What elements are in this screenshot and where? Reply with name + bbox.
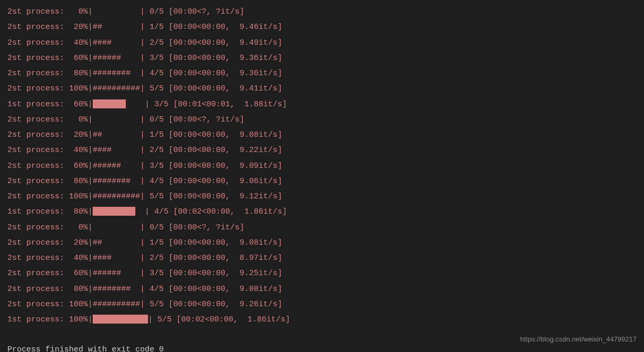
progress-text: 2st process: 60%|###### | 3/5 [00:00<00:… (7, 266, 282, 281)
progress-text: 2st process: 0%| | 0/5 [00:00<?, ?it/s] (7, 4, 244, 19)
progress-suffix: | 4/5 [00:02<00:00, 1.86it/s] (135, 204, 287, 219)
progress-text: 2st process: 0%| | 0/5 [00:00<?, ?it/s] (7, 220, 244, 235)
progress-line: 2st process: 20%|## | 1/5 [00:00<00:00, … (7, 235, 644, 250)
watermark-text: https://blog.csdn.net/weixin_44799217 (520, 333, 637, 346)
progress-line: 1st process: 80%| | 4/5 [00:02<00:00, 1.… (7, 204, 644, 219)
progress-bar-fill (93, 207, 135, 216)
progress-line: 2st process: 20%|## | 1/5 [00:00<00:00, … (7, 19, 644, 35)
progress-suffix: | 5/5 [00:02<00:00, 1.86it/s] (148, 312, 290, 327)
progress-line: 2st process: 100%|##########| 5/5 [00:00… (7, 297, 644, 312)
progress-prefix: 1st process: 80%| (7, 204, 93, 219)
progress-text: 2st process: 40%|#### | 2/5 [00:00<00:00… (7, 250, 282, 266)
progress-text: 2st process: 100%|##########| 5/5 [00:00… (7, 81, 282, 96)
progress-line: 2st process: 40%|#### | 2/5 [00:00<00:00… (7, 35, 644, 51)
progress-line: 2st process: 60%|###### | 3/5 [00:00<00:… (7, 266, 644, 281)
progress-line: 2st process: 0%| | 0/5 [00:00<?, ?it/s] (7, 4, 644, 19)
progress-text: 2st process: 100%|##########| 5/5 [00:00… (7, 189, 282, 204)
progress-line: 2st process: 100%|##########| 5/5 [00:00… (7, 189, 644, 204)
progress-line: 1st process: 60%| | 3/5 [00:01<00:01, 1.… (7, 97, 644, 112)
progress-line: 2st process: 60%|###### | 3/5 [00:00<00:… (7, 158, 644, 174)
progress-text: 2st process: 40%|#### | 2/5 [00:00<00:00… (7, 143, 282, 158)
progress-prefix: 1st process: 100%| (7, 312, 93, 327)
progress-bar-fill (93, 99, 126, 108)
progress-text: 2st process: 20%|## | 1/5 [00:00<00:00, … (7, 235, 282, 250)
progress-text: 2st process: 100%|##########| 5/5 [00:00… (7, 297, 282, 312)
progress-line: 2st process: 0%| | 0/5 [00:00<?, ?it/s] (7, 112, 644, 127)
progress-text: 2st process: 0%| | 0/5 [00:00<?, ?it/s] (7, 112, 244, 127)
progress-line: 2st process: 80%|######## | 4/5 [00:00<0… (7, 174, 644, 189)
progress-line: 2st process: 40%|#### | 2/5 [00:00<00:00… (7, 143, 644, 158)
progress-text: 2st process: 80%|######## | 4/5 [00:00<0… (7, 281, 282, 297)
progress-line: 2st process: 80%|######## | 4/5 [00:00<0… (7, 281, 644, 297)
progress-line: 2st process: 80%|######## | 4/5 [00:00<0… (7, 66, 644, 81)
progress-line: 2st process: 20%|## | 1/5 [00:00<00:00, … (7, 127, 644, 143)
progress-suffix: | 3/5 [00:01<00:01, 1.88it/s] (126, 97, 287, 112)
progress-line: 1st process: 100%|| 5/5 [00:02<00:00, 1.… (7, 312, 644, 327)
progress-text: 2st process: 60%|###### | 3/5 [00:00<00:… (7, 158, 282, 174)
progress-text: 2st process: 20%|## | 1/5 [00:00<00:00, … (7, 127, 282, 143)
progress-prefix: 1st process: 60%| (7, 97, 93, 112)
progress-bar-fill (93, 315, 148, 324)
progress-line: 2st process: 60%|###### | 3/5 [00:00<00:… (7, 51, 644, 66)
progress-text: 2st process: 80%|######## | 4/5 [00:00<0… (7, 66, 282, 81)
progress-text: 2st process: 40%|#### | 2/5 [00:00<00:00… (7, 35, 282, 51)
progress-text: 2st process: 20%|## | 1/5 [00:00<00:00, … (7, 19, 282, 35)
progress-line: 2st process: 0%| | 0/5 [00:00<?, ?it/s] (7, 220, 644, 235)
progress-text: 2st process: 80%|######## | 4/5 [00:00<0… (7, 174, 282, 189)
progress-line: 2st process: 40%|#### | 2/5 [00:00<00:00… (7, 250, 644, 266)
terminal-output[interactable]: 2st process: 0%| | 0/5 [00:00<?, ?it/s]2… (7, 4, 644, 327)
progress-line: 2st process: 100%|##########| 5/5 [00:00… (7, 81, 644, 96)
progress-text: 2st process: 60%|###### | 3/5 [00:00<00:… (7, 51, 282, 66)
